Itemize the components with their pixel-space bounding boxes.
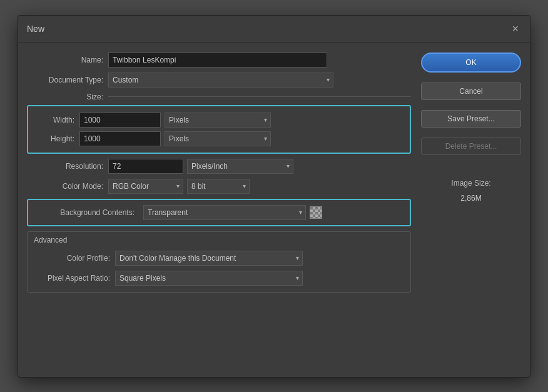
name-input[interactable] [108, 53, 327, 68]
dialog-body: Name: Document Type: Custom Default Phot… [18, 43, 530, 301]
close-button[interactable]: × [509, 22, 521, 36]
color-profile-select[interactable]: Don't Color Manage this Document sRGB IE… [115, 251, 303, 266]
color-depth-wrapper: 8 bit 16 bit 32 bit [187, 179, 250, 194]
resolution-unit-select[interactable]: Pixels/Inch Pixels/Centimeter [187, 159, 293, 174]
image-size-label: Image Size: [421, 179, 521, 188]
width-label: Width: [36, 116, 79, 124]
color-profile-wrapper: Don't Color Manage this Document sRGB IE… [115, 251, 303, 266]
size-label: Size: [27, 93, 108, 101]
color-depth-select[interactable]: 8 bit 16 bit 32 bit [187, 179, 250, 194]
pixel-aspect-ratio-wrapper: Square Pixels D1/DV NTSC (0.91) D1/DV PA… [115, 271, 303, 286]
advanced-body: Color Profile: Don't Color Manage this D… [28, 248, 410, 292]
background-color-swatch[interactable] [310, 206, 322, 219]
name-row: Name: [27, 53, 411, 68]
resolution-unit-wrapper: Pixels/Inch Pixels/Centimeter [187, 159, 293, 174]
height-unit-select[interactable]: Pixels Inches Centimeters Millimeters Po… [165, 131, 271, 146]
dialog-title: New [27, 24, 44, 34]
color-mode-row: Color Mode: Bitmap Grayscale RGB Color C… [27, 179, 411, 194]
height-row: Height: Pixels Inches Centimeters Millim… [36, 131, 402, 146]
new-document-dialog: New × Name: Document Type: Custom Defaul… [18, 15, 530, 378]
color-mode-wrapper: Bitmap Grayscale RGB Color CMYK Color La… [108, 179, 183, 194]
color-profile-label: Color Profile: [34, 254, 115, 263]
width-input[interactable] [79, 113, 161, 128]
pixel-aspect-ratio-select[interactable]: Square Pixels D1/DV NTSC (0.91) D1/DV PA… [115, 271, 303, 286]
height-input[interactable] [79, 131, 161, 146]
background-contents-row: Background Contents: White Background Co… [34, 205, 403, 220]
height-label: Height: [36, 134, 79, 143]
delete-preset-button: Delete Preset... [421, 138, 521, 155]
color-mode-select[interactable]: Bitmap Grayscale RGB Color CMYK Color La… [108, 179, 183, 194]
document-type-label: Document Type: [27, 76, 108, 84]
advanced-header: Advanced [28, 232, 410, 248]
size-label-row: Size: [27, 93, 411, 101]
height-unit-wrapper: Pixels Inches Centimeters Millimeters Po… [165, 131, 271, 146]
size-divider [108, 96, 411, 97]
width-unit-wrapper: Pixels Inches Centimeters Millimeters Po… [165, 113, 271, 128]
ok-button[interactable]: OK [421, 53, 521, 73]
image-size-value: 2,86M [421, 194, 521, 203]
pixel-aspect-ratio-label: Pixel Aspect Ratio: [34, 274, 115, 283]
color-mode-label: Color Mode: [27, 182, 108, 191]
background-contents-select[interactable]: White Background Color Transparent [143, 205, 306, 220]
width-row: Width: Pixels Inches Centimeters Millime… [36, 113, 402, 128]
dimensions-box: Width: Pixels Inches Centimeters Millime… [27, 105, 411, 154]
pixel-aspect-ratio-row: Pixel Aspect Ratio: Square Pixels D1/DV … [34, 271, 404, 286]
dimensions-group: Width: Pixels Inches Centimeters Millime… [27, 105, 411, 154]
cancel-button[interactable]: Cancel [421, 83, 521, 100]
name-label: Name: [27, 56, 108, 64]
dimensions-section: Size: Width: Pixels Inches [27, 93, 411, 154]
save-preset-button[interactable]: Save Preset... [421, 110, 521, 128]
background-contents-label: Background Contents: [34, 208, 140, 217]
document-type-row: Document Type: Custom Default Photoshop … [27, 73, 411, 88]
width-unit-select[interactable]: Pixels Inches Centimeters Millimeters Po… [165, 113, 271, 128]
resolution-label: Resolution: [27, 162, 108, 171]
document-type-wrapper: Custom Default Photoshop Size US Paper I… [108, 73, 333, 88]
dialog-titlebar: New × [18, 16, 530, 43]
background-contents-wrapper: White Background Color Transparent [143, 205, 306, 220]
resolution-input[interactable] [108, 159, 183, 174]
color-profile-row: Color Profile: Don't Color Manage this D… [34, 251, 404, 266]
sidebar-area: OK Cancel Save Preset... Delete Preset..… [421, 53, 521, 293]
advanced-section: Advanced Color Profile: Don't Color Mana… [27, 231, 411, 293]
document-type-select[interactable]: Custom Default Photoshop Size US Paper I… [108, 73, 333, 88]
resolution-row: Resolution: Pixels/Inch Pixels/Centimete… [27, 159, 411, 174]
background-contents-group: Background Contents: White Background Co… [27, 199, 411, 226]
form-area: Name: Document Type: Custom Default Phot… [27, 53, 411, 293]
